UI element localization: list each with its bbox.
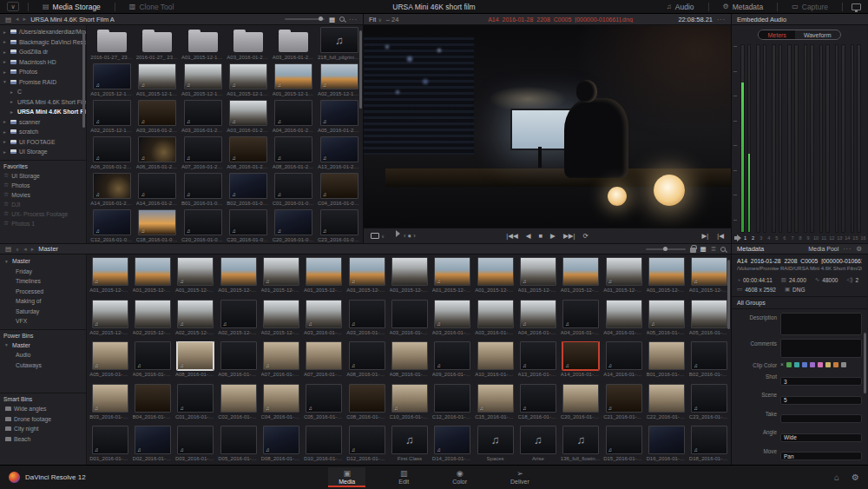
media-thumbnail[interactable]: ♫ (434, 300, 470, 328)
media-thumbnail[interactable]: ♫ (263, 257, 299, 286)
storage-tree-item[interactable]: ▸URSA Mini 4.6K Short Film A (0, 107, 86, 117)
color-swatch[interactable] (786, 362, 792, 367)
scene-field[interactable] (780, 396, 862, 405)
media-thumbnail[interactable]: ♫ (92, 384, 128, 413)
pool-thumbnail-size-slider[interactable] (646, 248, 686, 250)
bin-item[interactable]: VFX (0, 316, 86, 327)
media-thumbnail[interactable]: ♫ (520, 426, 556, 454)
media-thumbnail[interactable] (391, 257, 428, 286)
media-thumbnail[interactable]: ♫ (229, 173, 267, 199)
media-thumbnail[interactable] (263, 300, 299, 328)
expand-arrow-icon[interactable]: ▾ (3, 79, 8, 84)
folder-thumbnail[interactable] (93, 27, 131, 53)
media-thumbnail[interactable] (691, 300, 727, 328)
media-thumbnail[interactable]: ♫ (306, 300, 342, 328)
expand-arrow-icon[interactable]: ▸ (10, 109, 15, 115)
media-thumbnail[interactable] (220, 341, 257, 370)
channel-number[interactable]: 2 (749, 235, 757, 242)
media-thumbnail[interactable]: ♫ (391, 384, 428, 413)
media-thumbnail[interactable]: ♫ (520, 384, 556, 413)
storage-tree-item[interactable]: ▸UI FOOTAGE (0, 137, 86, 148)
media-thumbnail[interactable]: ♫ (229, 100, 267, 126)
media-thumbnail[interactable]: ♫ (562, 300, 599, 328)
media-thumbnail[interactable]: ♫ (606, 384, 642, 413)
media-thumbnail[interactable]: ♫ (274, 173, 312, 199)
channel-number[interactable]: 10 (812, 235, 820, 242)
storage-tree-item[interactable]: ▸C (0, 87, 86, 97)
storage-tree-item[interactable]: ▸/Users/alexanderdiaz/Movies (... (0, 27, 86, 37)
media-thumbnail[interactable]: ♫ (274, 136, 312, 162)
media-thumbnail[interactable] (606, 300, 642, 328)
viewer-options-menu[interactable]: ··· (717, 17, 726, 23)
media-thumbnail[interactable]: ♫ (177, 300, 214, 328)
forward-button[interactable]: ▸ (23, 16, 27, 23)
storage-tree-item[interactable]: ▸Blackmagic DaVinci Resolve St... (0, 37, 86, 48)
channel-number[interactable]: 11 (820, 235, 828, 242)
capture-button[interactable]: ▭ Capture (786, 3, 833, 11)
folder-thumbnail[interactable] (229, 27, 267, 53)
mute-button[interactable] (393, 232, 395, 240)
color-swatch[interactable] (810, 362, 815, 367)
storage-tree-item[interactable]: ▸Photos (0, 67, 86, 77)
media-thumbnail[interactable]: ♫ (320, 136, 358, 162)
audio-panel-button[interactable]: ♫ Audio (661, 3, 700, 11)
storage-tree-item[interactable]: ▸GodZilla dr (0, 47, 86, 57)
expand-arrow-icon[interactable]: ▸ (3, 139, 8, 144)
media-thumbnail[interactable]: ♫ (177, 384, 214, 413)
media-thumbnail[interactable] (135, 257, 171, 286)
bin-item[interactable]: Processed (0, 287, 86, 297)
clone-tool-button[interactable]: ▥ Clone Tool (124, 0, 180, 13)
media-thumbnail[interactable]: ♫ (138, 100, 176, 126)
storage-tree-item[interactable]: ▾Promise RAID (0, 77, 86, 88)
speaker-icon[interactable] (734, 236, 738, 240)
media-thumbnail[interactable]: ♫ (477, 384, 514, 413)
jog-control[interactable]: ‹ ● › (404, 232, 416, 240)
channel-number[interactable]: 8 (796, 235, 804, 242)
display-mode-button[interactable]: ∨ (371, 233, 385, 239)
media-thumbnail[interactable] (391, 300, 428, 328)
smart-bin-item[interactable]: Beach (0, 434, 86, 445)
expand-arrow-icon[interactable]: ▸ (3, 39, 8, 44)
expand-arrow-icon[interactable]: ▸ (3, 50, 8, 55)
media-thumbnail[interactable] (220, 257, 257, 286)
channel-number[interactable]: 14 (844, 235, 852, 242)
storage-tree-item[interactable]: ▸Macintosh HD (0, 57, 86, 68)
angle-field[interactable] (780, 433, 862, 442)
channel-number[interactable]: 13 (836, 235, 844, 242)
favorite-item[interactable]: ☆UI Storage (0, 171, 86, 181)
media-thumbnail[interactable]: ♫ (320, 100, 358, 126)
media-thumbnail[interactable] (477, 341, 514, 370)
media-thumbnail[interactable]: ♫ (92, 300, 128, 328)
media-thumbnail[interactable] (306, 426, 342, 454)
tab-meters[interactable]: Meters (759, 30, 794, 39)
media-thumbnail[interactable]: ♫ (606, 426, 642, 454)
media-thumbnail[interactable]: ♫ (274, 63, 312, 89)
pool-search-icon[interactable] (720, 247, 726, 252)
media-thumbnail[interactable] (434, 384, 470, 413)
media-thumbnail[interactable]: ♫ (434, 426, 470, 454)
media-thumbnail[interactable]: ♫ (349, 300, 385, 328)
media-thumbnail[interactable] (477, 257, 514, 286)
storage-tree-item[interactable]: ▸scratch (0, 127, 86, 137)
browser-panel-icon[interactable]: ▤ (5, 16, 11, 23)
back-button[interactable]: ◂ (16, 16, 19, 23)
page-tab-edit[interactable]: ▥Edit (388, 467, 419, 487)
storage-tree-item[interactable]: ▸UI Storage (0, 147, 86, 157)
expand-arrow-icon[interactable]: ▸ (10, 99, 15, 104)
bin-item[interactable]: Friday (0, 267, 86, 277)
favorite-item[interactable]: ☆DJI (0, 200, 86, 209)
media-thumbnail[interactable]: ♫ (691, 384, 727, 413)
media-thumbnail[interactable]: ♫ (184, 100, 222, 126)
channel-number[interactable]: 16 (859, 235, 867, 242)
metadata-view-select[interactable]: Media Pool (808, 246, 838, 252)
page-tab-deliver[interactable]: ➢Deliver (500, 467, 540, 487)
media-thumbnail[interactable]: ♫ (477, 426, 514, 454)
expand-arrow-icon[interactable]: ▸ (10, 89, 15, 95)
pool-scrollbar[interactable] (727, 260, 730, 329)
first-frame-button[interactable]: |◀◀ (506, 232, 517, 240)
bin-master[interactable]: ▾Master (0, 340, 86, 351)
media-thumbnail[interactable]: ♫ (263, 384, 299, 413)
media-thumbnail[interactable]: ♫ (434, 257, 470, 286)
media-thumbnail[interactable]: ♫ (177, 341, 214, 370)
media-thumbnail[interactable]: ♫ (93, 173, 131, 199)
